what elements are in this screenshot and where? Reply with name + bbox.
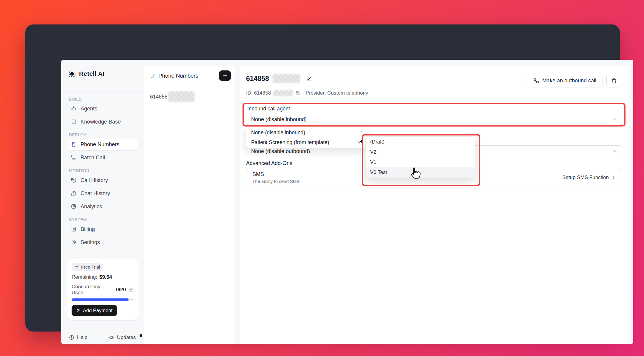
plus-icon — [223, 73, 228, 78]
sidebar-item-batch-call[interactable]: Batch Call — [67, 152, 138, 164]
trial-progress-fill — [72, 298, 129, 301]
updates-link[interactable]: Updates — [109, 335, 143, 340]
advanced-addons-title: Advanced Add-Ons — [246, 160, 292, 167]
section-label-monitor: MONITOR — [69, 168, 138, 173]
phone-panel-title: Phone Numbers — [158, 73, 215, 79]
concurrency-label: Concurrency Used: — [72, 284, 114, 296]
add-payment-label: Add Payment — [83, 308, 112, 313]
inbound-agent-select[interactable]: None (disable inbound) — [246, 114, 622, 125]
concurrency-value: 0/20 — [116, 287, 126, 293]
sidebar-item-label: Analytics — [81, 204, 102, 210]
sms-title: SMS — [252, 171, 299, 178]
help-link[interactable]: Help — [69, 335, 87, 340]
chevron-up-icon — [359, 129, 363, 133]
sidebar: Retell AI BUILD Agents Knowledge Base D — [61, 60, 144, 344]
version-label: (Draft) — [370, 139, 384, 145]
receipt-icon — [71, 226, 77, 232]
sidebar-item-knowledge-base[interactable]: Knowledge Base — [67, 116, 138, 128]
window-frame: Retell AI BUILD Agents Knowledge Base D — [25, 24, 620, 332]
arrow-up-right-icon — [76, 309, 80, 313]
inbound-agent-dropdown: None (disable inbound) Patient Screening… — [246, 127, 366, 148]
edit-pencil-icon[interactable] — [306, 75, 312, 81]
add-phone-number-button[interactable] — [219, 70, 231, 81]
sidebar-item-call-history[interactable]: Call History — [67, 174, 138, 186]
sms-description: The ability to send SMS — [252, 179, 299, 184]
concurrency-progress-track — [72, 298, 134, 301]
sidebar-item-label: Batch Call — [81, 155, 105, 161]
trash-icon — [611, 78, 617, 84]
phone-device-icon — [71, 141, 77, 147]
version-item-v1[interactable]: V1 — [366, 157, 475, 167]
scroll-up-indicator[interactable] — [357, 128, 365, 134]
phone-id-row: ID: 614858 · Provider: Custom telephony — [246, 90, 622, 96]
phone-icon — [534, 78, 539, 84]
inbound-agent-value: None (disable inbound) — [251, 116, 307, 123]
section-label-build: BUILD — [69, 97, 138, 101]
redacted-phone-number — [168, 91, 194, 102]
sidebar-item-label: Settings — [81, 239, 100, 246]
sidebar-item-label: Billing — [81, 226, 95, 232]
info-icon — [69, 335, 74, 340]
sidebar-item-label: Agents — [81, 106, 97, 112]
submenu-pointer-triangle — [359, 139, 363, 144]
phone-numbers-panel: Phone Numbers 614858 — [144, 66, 235, 344]
menu-item-patient-screening[interactable]: Patient Screening (from template) — [246, 138, 366, 147]
section-label-deploy: DEPLOY — [69, 132, 138, 137]
sidebar-item-label: Chat History — [81, 190, 110, 197]
seedling-icon — [75, 265, 79, 269]
sidebar-item-phone-numbers[interactable]: Phone Numbers — [67, 138, 138, 150]
sidebar-item-settings[interactable]: Settings — [67, 236, 138, 248]
sidebar-item-analytics[interactable]: Analytics — [67, 201, 138, 212]
phone-panel-header: Phone Numbers — [144, 66, 235, 85]
book-icon — [71, 119, 77, 125]
version-item-draft[interactable]: (Draft) — [366, 137, 475, 147]
free-trial-badge: Free Trial — [72, 263, 103, 271]
menu-item-none-inbound[interactable]: None (disable inbound) — [246, 128, 366, 138]
phone-number-list-item[interactable]: 614858 — [146, 90, 233, 104]
version-label: V2 — [370, 149, 376, 155]
app-window: Retell AI BUILD Agents Knowledge Base D — [61, 60, 633, 344]
provider-text: · Provider: Custom telephony — [302, 90, 368, 96]
main-panel: 614858 Make an outbound call — [240, 66, 629, 344]
setup-sms-function-link[interactable]: Setup SMS Function — [562, 175, 616, 181]
robot-icon — [71, 106, 77, 112]
outbound-call-label: Make an outbound call — [542, 78, 596, 84]
sidebar-item-chat-history[interactable]: Chat History — [67, 187, 138, 199]
setup-sms-label: Setup SMS Function — [562, 175, 609, 181]
version-label: V1 — [370, 159, 376, 165]
free-trial-card: Free Trial Remaining: $9.54 Concurrency … — [67, 259, 138, 320]
delete-phone-number-button[interactable] — [606, 74, 622, 87]
retell-logo-icon — [68, 70, 76, 78]
phone-id-text: ID: 614858 — [246, 90, 271, 96]
sidebar-item-billing[interactable]: Billing — [67, 223, 138, 235]
phone-icon — [71, 155, 77, 161]
sidebar-item-agents[interactable]: Agents — [67, 103, 138, 115]
main-header: 614858 Make an outbound call — [246, 74, 622, 87]
logo: Retell AI — [68, 70, 138, 78]
copy-icon[interactable] — [295, 91, 300, 95]
redacted-title-number — [273, 74, 300, 83]
app-title: Retell AI — [79, 70, 104, 77]
updates-label: Updates — [117, 335, 136, 340]
version-item-v0-test[interactable]: V0 Test — [366, 167, 475, 178]
arrow-up-circle-icon[interactable] — [129, 287, 134, 292]
section-label-system: SYSTEM — [69, 217, 138, 222]
free-trial-label: Free Trial — [81, 264, 100, 269]
gear-icon — [71, 239, 77, 245]
sidebar-item-label: Knowledge Base — [81, 119, 121, 125]
add-payment-button[interactable]: Add Payment — [72, 305, 117, 316]
inbound-call-agent-label: Inbound call agent — [247, 106, 290, 112]
redacted-id-number — [273, 90, 293, 96]
megaphone-icon — [109, 335, 114, 340]
phone-number-text: 614858 — [150, 94, 167, 100]
phone-panel-divider — [144, 85, 235, 85]
chevron-down-icon — [612, 149, 617, 154]
make-outbound-call-button[interactable]: Make an outbound call — [527, 74, 603, 87]
chevron-down-icon — [612, 117, 617, 122]
pie-chart-icon — [71, 204, 77, 209]
menu-item-label: None (disable inbound) — [251, 130, 305, 136]
version-submenu: (Draft) V2 V1 V0 Test — [365, 136, 475, 178]
sidebar-item-label: Call History — [81, 177, 108, 184]
version-item-v2[interactable]: V2 — [366, 147, 475, 157]
sidebar-item-label: Phone Numbers — [81, 141, 119, 148]
